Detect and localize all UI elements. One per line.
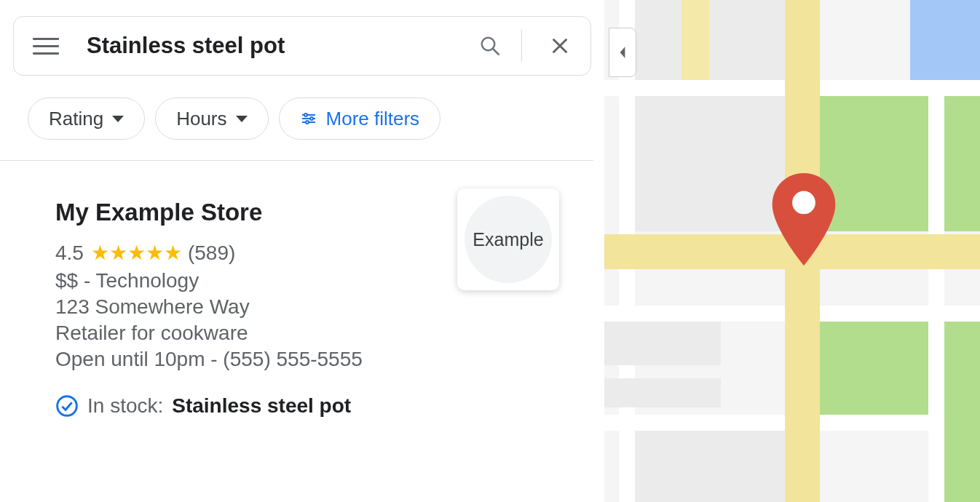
svg-line-1 <box>493 49 499 55</box>
review-count: (589) <box>188 242 235 265</box>
instock-row: In stock: Stainless steel pot <box>55 394 604 418</box>
description: Retailer for cookware <box>55 322 604 345</box>
sliders-icon <box>300 110 317 127</box>
result-thumbnail[interactable]: Example <box>457 188 559 290</box>
check-circle-icon <box>55 394 79 418</box>
map-background <box>604 0 980 502</box>
instock-label: In stock: <box>87 394 163 418</box>
filter-hours[interactable]: Hours <box>155 97 268 140</box>
hours-phone: Open until 10pm - (555) 555-5555 <box>55 348 604 371</box>
more-filters-label: More filters <box>326 108 420 130</box>
svg-point-7 <box>304 113 307 116</box>
svg-point-0 <box>482 38 495 51</box>
search-icon[interactable] <box>479 35 501 57</box>
close-icon[interactable] <box>550 36 570 56</box>
chevron-down-icon <box>236 116 248 122</box>
divider <box>0 160 593 161</box>
map[interactable] <box>604 0 980 502</box>
divider <box>521 30 522 62</box>
chevron-left-icon <box>618 46 627 59</box>
svg-point-8 <box>310 117 313 120</box>
results-panel: Stainless steel pot Rating Hours <box>0 0 604 502</box>
filter-hours-label: Hours <box>176 108 226 130</box>
search-bar: Stainless steel pot <box>13 16 591 76</box>
svg-point-11 <box>792 191 815 215</box>
hamburger-menu-icon[interactable] <box>33 33 59 59</box>
filter-chips: Rating Hours More filters <box>28 97 604 140</box>
svg-point-9 <box>306 121 309 124</box>
filter-rating-label: Rating <box>49 108 103 130</box>
instock-product: Stainless steel pot <box>172 394 351 418</box>
stars-icon: ★★★★★ <box>91 241 182 265</box>
rating-value: 4.5 <box>55 242 84 265</box>
map-pin-icon[interactable] <box>772 173 836 268</box>
filter-rating[interactable]: Rating <box>28 97 145 140</box>
thumbnail-placeholder: Example <box>465 196 552 283</box>
address: 123 Somewhere Way <box>55 295 604 319</box>
result-card[interactable]: My Example Store 4.5 ★★★★★ (589) $$ - Te… <box>55 199 604 418</box>
more-filters-button[interactable]: More filters <box>279 97 441 140</box>
chevron-down-icon <box>112 116 124 122</box>
search-input[interactable]: Stainless steel pot <box>87 33 479 59</box>
collapse-panel-button[interactable] <box>609 28 636 77</box>
svg-point-10 <box>58 397 77 416</box>
